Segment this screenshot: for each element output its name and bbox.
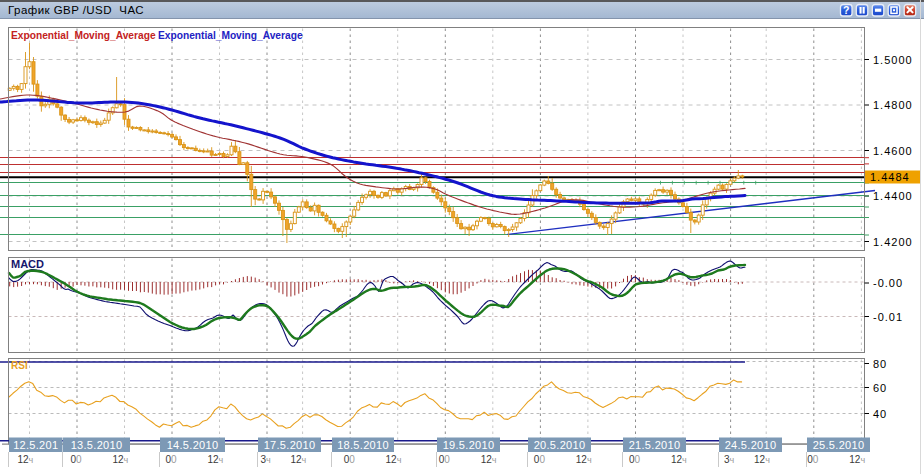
svg-text:1.4800: 1.4800 — [873, 99, 913, 111]
svg-text:12: 12 — [481, 454, 493, 465]
svg-text:-0.00: -0.00 — [873, 277, 903, 289]
svg-text:ч: ч — [730, 455, 735, 465]
svg-text:ч: ч — [682, 455, 687, 465]
svg-text:ч: ч — [492, 455, 497, 465]
svg-text:25.5.2010: 25.5.2010 — [813, 439, 865, 451]
svg-text:0: 0 — [635, 454, 641, 465]
svg-text:График GBP /USD ЧАС: График GBP /USD ЧАС — [8, 4, 144, 16]
svg-text:12: 12 — [671, 454, 683, 465]
svg-text:18.5.2010: 18.5.2010 — [337, 439, 389, 451]
svg-text:1.4484: 1.4484 — [870, 171, 910, 183]
svg-text:1.5000: 1.5000 — [873, 54, 913, 66]
svg-text:ч: ч — [219, 455, 224, 465]
svg-text:ч: ч — [302, 455, 307, 465]
svg-text:ч: ч — [860, 455, 865, 465]
svg-text:0: 0 — [813, 454, 819, 465]
svg-text:ч: ч — [765, 455, 770, 465]
svg-text:?: ? — [843, 4, 849, 16]
svg-text:0: 0 — [171, 454, 177, 465]
svg-text:12: 12 — [290, 454, 302, 465]
svg-text:ч: ч — [124, 455, 129, 465]
svg-text:0: 0 — [76, 454, 82, 465]
svg-text:Exponential_Moving_Average: Exponential_Moving_Average — [158, 30, 303, 41]
svg-text:1.4400: 1.4400 — [873, 190, 913, 202]
svg-text:20.5.2010: 20.5.2010 — [534, 439, 586, 451]
svg-text:0: 0 — [349, 454, 355, 465]
svg-text:60: 60 — [873, 382, 887, 394]
svg-text:0: 0 — [539, 454, 545, 465]
svg-text:0: 0 — [444, 454, 450, 465]
svg-text:1.4200: 1.4200 — [873, 236, 913, 248]
svg-text:80: 80 — [873, 358, 887, 370]
svg-text:12: 12 — [754, 454, 766, 465]
svg-text:24.5.2010: 24.5.2010 — [725, 439, 777, 451]
svg-text:ч: ч — [29, 455, 34, 465]
svg-text:12: 12 — [207, 454, 219, 465]
svg-text:12: 12 — [17, 454, 29, 465]
svg-text:40: 40 — [873, 408, 887, 420]
svg-text:12: 12 — [112, 454, 124, 465]
svg-text:Exponential_Moving_Average: Exponential_Moving_Average — [11, 30, 156, 41]
svg-text:12.5.201: 12.5.201 — [13, 439, 58, 451]
svg-text:-0.01: -0.01 — [873, 311, 903, 323]
svg-text:12: 12 — [576, 454, 588, 465]
svg-text:21.5.2010: 21.5.2010 — [629, 439, 681, 451]
svg-text:ч: ч — [397, 455, 402, 465]
svg-text:17.5.2010: 17.5.2010 — [264, 439, 316, 451]
svg-text:12: 12 — [849, 454, 861, 465]
svg-text:MACD: MACD — [11, 258, 44, 270]
svg-text:ч: ч — [266, 455, 271, 465]
svg-text:1.4600: 1.4600 — [873, 145, 913, 157]
svg-text:ч: ч — [587, 455, 592, 465]
svg-text:13.5.2010: 13.5.2010 — [71, 439, 123, 451]
svg-text:RSI: RSI — [11, 360, 28, 371]
svg-text:12: 12 — [386, 454, 398, 465]
svg-text:14.5.2010: 14.5.2010 — [167, 439, 219, 451]
svg-text:19.5.2010: 19.5.2010 — [443, 439, 495, 451]
